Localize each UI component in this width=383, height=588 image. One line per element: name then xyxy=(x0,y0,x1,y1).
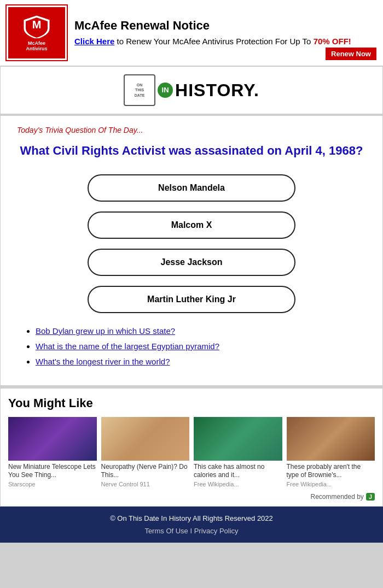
card-2[interactable]: Neuropathy (Nerve Pain)? Do This...Nerve… xyxy=(101,417,190,487)
page-wrapper: M McAfee Antivirus McAfee Renewal Notice… xyxy=(0,0,383,543)
terms-link[interactable]: Terms Of Use xyxy=(144,527,188,535)
cal-date: DATE xyxy=(135,93,145,98)
ad-title: McAfee Renewal Notice xyxy=(74,19,376,33)
trivia-section: Today's Trivia Question Of The Day... Wh… xyxy=(0,115,383,386)
card-image-4 xyxy=(287,417,375,461)
ad-body-text: to Renew Your McAfee Antivirus Protectio… xyxy=(114,37,313,46)
ad-highlight: 70% OFF! xyxy=(314,37,351,46)
more-questions: Bob Dylan grew up in which US state?What… xyxy=(17,326,366,367)
calendar-icon: ON THIS DATE xyxy=(124,74,155,106)
footer: © On This Date In History All Rights Res… xyxy=(0,507,383,543)
cal-on: ON xyxy=(137,83,143,87)
more-question-link-1[interactable]: Bob Dylan grew up in which US state? xyxy=(36,326,175,336)
trivia-label: Today's Trivia Question Of The Day... xyxy=(17,126,366,134)
renew-now-button[interactable]: Renew Now xyxy=(326,48,376,60)
history-text: HISTORY. xyxy=(175,80,259,101)
ad-body: Click Here to Renew Your McAfee Antiviru… xyxy=(74,36,376,47)
card-4[interactable]: These probably aren't the type of Browni… xyxy=(287,417,375,487)
mcafee-logo: M McAfee Antivirus xyxy=(7,5,67,60)
more-question-link-3[interactable]: What's the longest river in the world? xyxy=(36,357,170,366)
mcafee-shield-icon: M xyxy=(22,14,51,38)
card-desc-4: These probably aren't the type of Browni… xyxy=(287,463,375,480)
more-question-item: What is the name of the largest Egyptian… xyxy=(36,342,361,351)
mcafee-logo-text: McAfee Antivirus xyxy=(26,40,47,51)
card-source-2: Nerve Control 911 xyxy=(101,481,190,487)
cal-this: THIS xyxy=(135,87,144,92)
more-questions-list: Bob Dylan grew up in which US state?What… xyxy=(22,326,361,367)
more-question-item: What's the longest river in the world? xyxy=(36,357,361,367)
might-like-section: You Might Like New Miniature Telescope L… xyxy=(0,388,383,507)
footer-copyright: © On This Date In History All Rights Res… xyxy=(5,514,378,522)
ad-banner: M McAfee Antivirus McAfee Renewal Notice… xyxy=(0,0,383,66)
answer-btn-4[interactable]: Martin Luther King Jr xyxy=(88,286,295,313)
card-desc-2: Neuropathy (Nerve Pain)? Do This... xyxy=(101,463,190,480)
card-source-3: Free Wikipedia... xyxy=(194,481,282,487)
svg-text:M: M xyxy=(32,19,42,31)
rec-badge: J xyxy=(366,493,375,501)
card-desc-3: This cake has almost no calories and it.… xyxy=(194,463,282,480)
card-image-3 xyxy=(194,417,282,461)
footer-links: Terms Of Use I Privacy Policy xyxy=(5,527,378,535)
privacy-link[interactable]: Privacy Policy xyxy=(194,527,239,535)
history-header: ON THIS DATE IN HISTORY. xyxy=(0,66,383,114)
history-logo: ON THIS DATE IN HISTORY. xyxy=(124,74,259,106)
more-question-link-2[interactable]: What is the name of the largest Egyptian… xyxy=(36,342,219,351)
card-desc-1: New Miniature Telescope Lets You See Thi… xyxy=(8,463,97,480)
cards-row: New Miniature Telescope Lets You See Thi… xyxy=(8,417,375,487)
card-image-2 xyxy=(101,417,190,461)
recommended-by: Recommended by J xyxy=(8,493,375,501)
ad-click-here-link[interactable]: Click Here xyxy=(74,37,114,46)
answer-btn-1[interactable]: Nelson Mandela xyxy=(88,174,295,202)
recommended-by-label: Recommended by xyxy=(310,493,363,501)
card-source-4: Free Wikipedia... xyxy=(287,481,375,487)
in-badge: IN xyxy=(158,83,173,98)
trivia-question: What Civil Rights Activist was assasinat… xyxy=(17,143,366,159)
footer-separator: I xyxy=(190,527,194,535)
ad-content: McAfee Renewal Notice Click Here to Rene… xyxy=(74,19,376,46)
answer-btn-2[interactable]: Malcom X xyxy=(88,211,295,239)
might-like-title: You Might Like xyxy=(8,396,375,410)
card-source-1: Starscope xyxy=(8,481,97,487)
answer-btn-3[interactable]: Jesse Jackson xyxy=(88,249,295,276)
card-1[interactable]: New Miniature Telescope Lets You See Thi… xyxy=(8,417,97,487)
more-question-item: Bob Dylan grew up in which US state? xyxy=(36,326,361,336)
card-3[interactable]: This cake has almost no calories and it.… xyxy=(194,417,282,487)
card-image-1 xyxy=(8,417,97,461)
